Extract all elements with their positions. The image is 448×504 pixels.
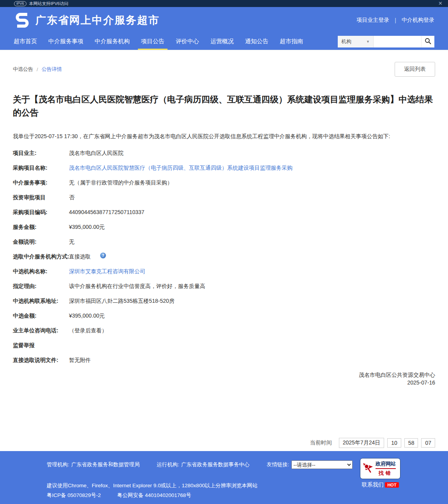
announcement-page: 中选公告 / 公告详情 返回列表 关于【茂名市电白区人民医院智慧医疗（电子病历四… (0, 62, 448, 386)
signature-date: 2025-07-16 (13, 379, 435, 386)
current-second-box: 07 (421, 438, 435, 448)
gov-site-error-widget: 政府网站 找错 联系我们 HOT (360, 458, 400, 488)
nav-item-service-items[interactable]: 中介服务事项 (48, 33, 83, 50)
ipv6-badge: IPV6 (14, 1, 26, 6)
field-row-selection-file: 直接选取说明文件: 暂无附件 (13, 356, 435, 364)
field-value: 该中介服务机构在行业中信誉度高，评价好，服务质量高 (69, 282, 205, 290)
close-icon[interactable]: ✕ (438, 0, 443, 6)
operator-org: 运行机构: 广东省政务服务数据事务中心 (157, 461, 249, 468)
field-value: ¥395,000.00元 (69, 223, 105, 231)
search-icon (425, 38, 431, 46)
current-time-label: 当前时间 (310, 439, 332, 446)
nav-item-agencies[interactable]: 中介服务机构 (95, 33, 130, 50)
admin-org-label: 管理机构: (47, 461, 69, 468)
field-row-selection-method: 选取中介服务机构方式: 直接选取 ? (13, 253, 435, 261)
project-owner-login-link[interactable]: 项目业主登录 (356, 17, 389, 24)
field-label: 直接选取说明文件: (13, 356, 69, 364)
field-label: 项目业主: (13, 149, 69, 157)
contact-us-link[interactable]: 联系我们 (362, 481, 383, 488)
field-row-investment-approval: 投资审批项目 否 (13, 193, 435, 202)
field-value: 直接选取 (69, 253, 91, 261)
field-label: 监督举报 (13, 341, 69, 349)
current-minute-box: 58 (404, 438, 418, 448)
agency-login-link[interactable]: 中介机构登录 (402, 17, 434, 24)
operator-org-label: 运行机构: (157, 461, 179, 468)
current-date-box: 2025年7月24日 (339, 438, 385, 448)
back-to-list-button[interactable]: 返回列表 (395, 62, 435, 77)
field-value: 否 (69, 193, 74, 202)
nav-item-operations-overview[interactable]: 运营概况 (210, 33, 234, 50)
field-label: 选取中介服务机构方式: (13, 253, 69, 261)
login-divider: | (395, 17, 396, 23)
field-value: 深圳市福田区八卦二路535栋五楼518-520房 (69, 297, 175, 305)
search-category-select[interactable]: 机构 ▼ (338, 36, 374, 47)
field-label: 服务金额: (13, 223, 69, 231)
announcement-intro: 我单位于2025-07-15 17:30，在广东省网上中介服务超市为茂名市电白区… (13, 132, 435, 140)
gov-site-error-badge[interactable]: 政府网站 找错 (360, 458, 400, 479)
error-badge-line1: 政府网站 (376, 460, 396, 469)
field-row-agency-address: 中选机构联系地址: 深圳市福田区八卦二路535栋五楼518-520房 (13, 297, 435, 305)
field-value: 无（属于非行政管理的中介服务项目采购） (69, 179, 173, 187)
field-label: 投资审批项目 (13, 193, 69, 202)
field-label: 业主单位咨询电话: (13, 327, 69, 335)
login-links: 项目业主登录 | 中介机构登录 (356, 17, 434, 24)
error-badge-line2: 找错 (379, 470, 393, 477)
selected-agency-link[interactable]: 深圳市艾泰克工程咨询有限公司 (69, 267, 145, 276)
breadcrumb-parent[interactable]: 中选公告 (13, 66, 33, 73)
field-row-amount-note: 金额说明: 无 (13, 238, 435, 246)
field-row-service-amount: 服务金额: ¥395,000.00元 (13, 223, 435, 231)
field-row-designation-reason: 指定理由: 该中介服务机构在行业中信誉度高，评价好，服务质量高 (13, 282, 435, 290)
field-label: 中介服务事项: (13, 179, 69, 187)
error-badge-text: 政府网站 找错 (376, 460, 396, 477)
breadcrumb-separator: / (37, 67, 38, 72)
field-label: 采购项目名称: (13, 164, 69, 172)
security-record-number[interactable]: 粤公网安备 44010402001768号 (117, 492, 191, 499)
main-nav: 超市首页 中介服务事项 中介服务机构 项目公告 评价中心 运营概况 通知公告 超… (0, 33, 448, 50)
field-row-selected-amount: 中选金额: ¥395,000.00元 (13, 312, 435, 320)
logo-s-icon (14, 11, 31, 30)
ipv6-message: 本网站支持IPV6访问 (29, 1, 69, 7)
search-button[interactable] (421, 36, 434, 47)
field-value: （登录后查看） (69, 327, 107, 335)
icp-number[interactable]: 粤ICP备 05070829号-2 (47, 492, 101, 499)
field-value: 茂名市电白区人民医院 (69, 149, 123, 157)
friend-links-select[interactable]: --请选择-- (291, 460, 353, 469)
site-header: 广东省网上中介服务超市 项目业主登录 | 中介机构登录 超市首页 中介服务事项 … (0, 7, 448, 50)
operator-org-value: 广东省政务服务数据事务中心 (181, 461, 250, 468)
hot-badge: HOT (385, 482, 399, 488)
field-list: 项目业主: 茂名市电白区人民医院 采购项目名称: 茂名市电白区人民医院智慧医疗（… (13, 149, 435, 364)
nav-item-notices[interactable]: 通知公告 (245, 33, 268, 50)
breadcrumb-current[interactable]: 公告详情 (42, 66, 62, 73)
search-category-value: 机构 (341, 38, 351, 45)
breadcrumb: 中选公告 / 公告详情 (13, 66, 62, 73)
icp-row: 粤ICP备 05070829号-2 粤公网安备 44010402001768号 (47, 492, 448, 499)
field-row-service-item: 中介服务事项: 无（属于非行政管理的中介服务项目采购） (13, 179, 435, 187)
field-label: 采购项目编码: (13, 208, 69, 216)
nav-item-evaluation-center[interactable]: 评价中心 (176, 33, 199, 50)
header-top: 广东省网上中介服务超市 项目业主登录 | 中介机构登录 (0, 7, 448, 33)
nav-item-home[interactable]: 超市首页 (14, 33, 37, 50)
field-row-project-code: 采购项目编码: 4409044563877172507110337 (13, 208, 435, 216)
current-hour-box: 10 (387, 438, 401, 448)
field-value: 无 (69, 238, 74, 246)
ipv6-notice-bar: IPV6 本网站支持IPV6访问 ✕ (0, 0, 448, 7)
site-title: 广东省网上中介服务超市 (35, 13, 160, 27)
field-row-selected-agency: 中选机构名称: 深圳市艾泰克工程咨询有限公司 (13, 267, 435, 276)
project-name-link[interactable]: 茂名市电白区人民医院智慧医疗（电子病历四级、互联互通四级）系统建设项目监理服务采… (69, 164, 293, 172)
help-icon[interactable]: ? (100, 253, 106, 258)
field-label: 中选机构名称: (13, 267, 69, 276)
site-logo[interactable]: 广东省网上中介服务超市 (14, 11, 160, 30)
friend-links-label: 友情链接: (267, 461, 289, 468)
field-row-owner-phone: 业主单位咨询电话: （登录后查看） (13, 327, 435, 335)
contact-us-row: 联系我们 HOT (360, 481, 400, 488)
page-title: 关于【茂名市电白区人民医院智慧医疗（电子病历四级、互联互通四级）系统建设项目监理… (13, 93, 435, 119)
search-input[interactable] (374, 36, 421, 47)
header-search: 机构 ▼ (338, 36, 434, 47)
error-flag-icon (362, 462, 374, 476)
nav-item-project-announcements[interactable]: 项目公告 (141, 33, 164, 50)
chevron-down-icon: ▼ (366, 40, 370, 44)
nav-item-guide[interactable]: 超市指南 (280, 33, 303, 50)
field-label: 指定理由: (13, 282, 69, 290)
field-value: 4409044563877172507110337 (69, 208, 145, 216)
friend-links: 友情链接: --请选择-- (267, 460, 353, 469)
